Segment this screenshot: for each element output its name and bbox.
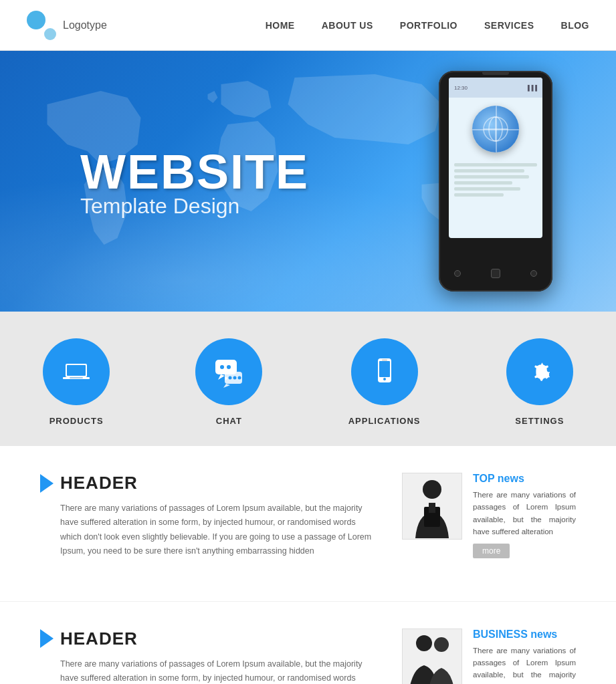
svg-point-15 xyxy=(238,376,241,380)
navbar: Logotype HOME ABOUT US PORTFOLIO SERVICE… xyxy=(0,0,616,51)
news-image-2 xyxy=(402,629,462,684)
feature-applications-circle xyxy=(351,338,418,405)
logo-icon xyxy=(27,11,56,40)
phone-back-btn xyxy=(454,270,461,277)
section-body-2: There are many variations of passages of… xyxy=(60,657,375,684)
person-silhouette-icon xyxy=(405,475,459,538)
phone-speaker-icon xyxy=(482,71,509,75)
section-body-1: There are many variations of passages of… xyxy=(60,501,375,558)
header-row-1: HEADER xyxy=(40,473,375,493)
news-text-2: BUSINESS news There are many variations … xyxy=(473,629,576,684)
news-item-2: BUSINESS news There are many variations … xyxy=(402,629,576,684)
phone-globe-icon xyxy=(472,106,519,152)
feature-settings[interactable]: SETTINGS xyxy=(506,338,573,426)
feature-chat-label: CHAT xyxy=(195,416,262,426)
logo: Logotype xyxy=(27,11,107,40)
phone-globe-ring xyxy=(472,106,519,152)
svg-point-28 xyxy=(434,637,449,652)
phone-content-lines xyxy=(449,158,542,202)
nav-services[interactable]: SERVICES xyxy=(484,20,534,31)
chat-icon xyxy=(211,354,246,389)
laptop-icon xyxy=(59,354,94,389)
blue-triangle-icon-1 xyxy=(40,474,54,493)
svg-point-27 xyxy=(416,635,432,651)
mobile-icon xyxy=(367,354,402,389)
settings-icon xyxy=(522,354,557,389)
content-right-2: BUSINESS news There are many variations … xyxy=(402,629,576,684)
feature-settings-label: SETTINGS xyxy=(506,416,573,426)
svg-point-10 xyxy=(227,365,231,369)
svg-point-9 xyxy=(220,365,224,369)
section-header-2: HEADER xyxy=(60,629,138,649)
content-left-1: HEADER There are many variations of pass… xyxy=(40,473,375,574)
news-body-1: There are many variations of passages of… xyxy=(473,489,576,538)
two-person-silhouette-icon xyxy=(405,630,459,684)
svg-rect-7 xyxy=(70,377,83,378)
header-row-2: HEADER xyxy=(40,629,375,649)
hero-banner: WEBSITE Template Design 12:30▐▐▐ xyxy=(0,51,616,312)
nav-portfolio[interactable]: PORTFOLIO xyxy=(400,20,457,31)
news-title-2: BUSINESS news xyxy=(473,629,576,641)
svg-rect-26 xyxy=(429,503,435,513)
feature-chat-circle xyxy=(195,338,262,405)
svg-point-13 xyxy=(229,376,232,380)
more-button-1[interactable]: more xyxy=(473,544,510,558)
logo-text: Logotype xyxy=(63,19,107,31)
hero-phone: 12:30▐▐▐ xyxy=(429,64,562,305)
phone-home-btn xyxy=(491,269,500,278)
phone-screen: 12:30▐▐▐ xyxy=(449,78,542,238)
feature-products-circle xyxy=(43,338,110,405)
logo-circle-big xyxy=(27,11,45,29)
news-title-1: TOP news xyxy=(473,473,576,485)
svg-point-14 xyxy=(233,376,237,380)
hero-content: WEBSITE Template Design xyxy=(80,144,309,219)
svg-point-24 xyxy=(423,480,441,499)
content-section-1: HEADER There are many variations of pass… xyxy=(0,446,616,602)
svg-point-18 xyxy=(383,378,386,380)
feature-applications-label: APPLICATIONS xyxy=(348,416,421,426)
feature-settings-circle xyxy=(506,338,573,405)
hero-title: WEBSITE xyxy=(80,144,309,199)
feature-chat[interactable]: CHAT xyxy=(195,338,262,426)
feature-products[interactable]: PRODUCTS xyxy=(43,338,110,426)
blue-triangle-icon-2 xyxy=(40,629,54,648)
feature-products-label: PRODUCTS xyxy=(43,416,110,426)
section-header-1: HEADER xyxy=(60,473,138,493)
features-section: PRODUCTS CHAT xyxy=(0,312,616,446)
svg-rect-17 xyxy=(379,361,390,377)
content-section-2: HEADER There are many variations of pass… xyxy=(0,602,616,684)
news-body-2: There are many variations of passages of… xyxy=(473,645,576,684)
news-text-1: TOP news There are many variations of pa… xyxy=(473,473,576,558)
svg-rect-5 xyxy=(67,365,86,376)
phone-menu-btn xyxy=(530,270,537,277)
phone-body: 12:30▐▐▐ xyxy=(439,71,552,292)
feature-applications[interactable]: APPLICATIONS xyxy=(348,338,421,426)
news-image-1 xyxy=(402,473,462,540)
nav-links: HOME ABOUT US PORTFOLIO SERVICES BLOG xyxy=(266,20,589,31)
content-left-2: HEADER There are many variations of pass… xyxy=(40,629,375,684)
svg-rect-19 xyxy=(382,360,387,361)
phone-status-bar: 12:30▐▐▐ xyxy=(449,78,542,98)
content-right-1: TOP news There are many variations of pa… xyxy=(402,473,576,574)
nav-about[interactable]: ABOUT US xyxy=(322,20,373,31)
nav-blog[interactable]: BLOG xyxy=(561,20,589,31)
logo-circle-small xyxy=(44,28,56,40)
news-item-1: TOP news There are many variations of pa… xyxy=(402,473,576,558)
nav-home[interactable]: HOME xyxy=(266,20,295,31)
phone-bottom-bar xyxy=(439,263,552,283)
